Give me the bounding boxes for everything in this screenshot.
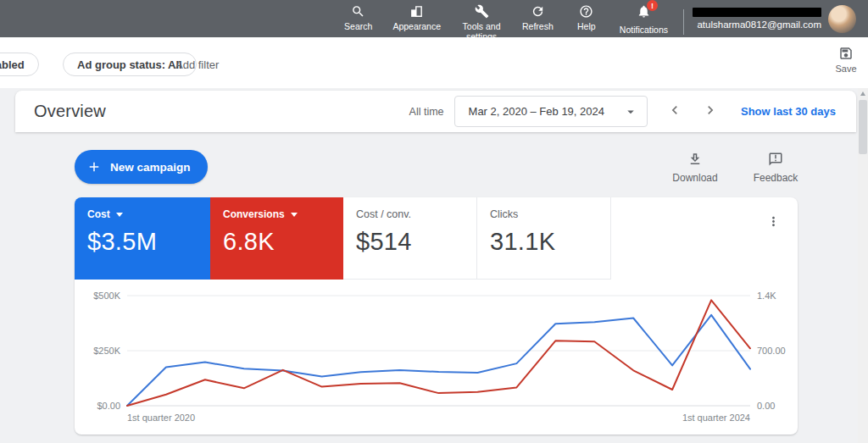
previous-range-button[interactable] xyxy=(666,102,683,121)
scorecard-label: Cost xyxy=(87,208,110,220)
x-axis-label-start: 1st quarter 2020 xyxy=(127,413,195,423)
scorecard-value: $3.5M xyxy=(87,228,210,256)
scrollbar-thumb[interactable] xyxy=(859,100,867,154)
notification-badge: ! xyxy=(647,0,658,11)
right-axis-tick-label: 700.00 xyxy=(757,346,786,356)
wrench-icon xyxy=(475,4,489,19)
plus-icon xyxy=(86,159,102,174)
cost-line xyxy=(127,315,750,406)
account-name-redacted xyxy=(693,8,821,17)
nav-help-button[interactable]: Help xyxy=(564,0,609,31)
scorecard-label: Conversions xyxy=(223,208,285,220)
left-axis-tick-label: $0.00 xyxy=(97,401,120,411)
date-range-controls: All time Mar 2, 2020 – Feb 19, 2024 Show… xyxy=(409,96,836,127)
scorecard-cost[interactable]: Cost $3.5M xyxy=(75,197,210,280)
scorecard-cost-per-conv[interactable]: Cost / conv. $514 xyxy=(343,197,477,280)
show-last-30-days-link[interactable]: Show last 30 days xyxy=(741,105,836,118)
top-nav-items: Search Appearance Tools and settings Ref… xyxy=(334,0,678,37)
nav-label: Help xyxy=(577,21,596,31)
save-icon xyxy=(838,46,854,61)
avatar[interactable] xyxy=(828,5,856,33)
x-axis-label-end: 1st quarter 2024 xyxy=(682,413,750,423)
search-icon xyxy=(351,4,365,19)
feedback-icon xyxy=(768,152,783,167)
scorecard-label: Cost / conv. xyxy=(356,208,411,220)
account-info[interactable]: atulsharma0812@gmail.com xyxy=(693,0,821,37)
date-range-picker[interactable]: Mar 2, 2020 – Feb 19, 2024 xyxy=(454,96,648,127)
overview-chart-card: Cost $3.5M Conversions 6.8K Cost / conv.… xyxy=(75,197,798,435)
new-campaign-button[interactable]: New campaign xyxy=(75,150,208,184)
nav-label: Notifications xyxy=(620,25,668,35)
new-campaign-label: New campaign xyxy=(110,161,191,174)
date-range-value: Mar 2, 2020 – Feb 19, 2024 xyxy=(469,105,604,118)
caret-down-icon xyxy=(623,104,638,119)
conversions-line xyxy=(127,300,750,406)
bell-icon-wrap: ! xyxy=(637,4,651,22)
scorecard-clicks[interactable]: Clicks 31.1K xyxy=(477,197,611,280)
caret-down-icon xyxy=(291,213,298,217)
range-preset-label: All time xyxy=(409,106,444,118)
scrollbar-up-arrow-icon[interactable] xyxy=(860,91,865,96)
left-axis-tick-label: $500K xyxy=(93,291,120,301)
nav-refresh-button[interactable]: Refresh xyxy=(512,0,564,31)
chevron-right-icon xyxy=(702,102,719,119)
download-label: Download xyxy=(672,172,717,184)
download-button[interactable]: Download xyxy=(661,152,729,184)
overview-header: Overview All time Mar 2, 2020 – Feb 19, … xyxy=(15,91,856,132)
vertical-scrollbar[interactable] xyxy=(858,88,868,443)
appearance-icon xyxy=(409,4,424,19)
save-button[interactable]: Save xyxy=(829,46,863,74)
timeseries-chart: $500K$250K$0.001.4K700.000.001st quarter… xyxy=(75,285,798,431)
nav-label: Refresh xyxy=(522,21,554,31)
kebab-menu-icon xyxy=(766,214,781,229)
right-axis-tick-label: 1.4K xyxy=(757,291,776,301)
google-ads-overview-page: Search Appearance Tools and settings Ref… xyxy=(0,0,868,443)
nav-label: Search xyxy=(344,21,372,31)
card-overflow-menu-button[interactable] xyxy=(765,213,782,233)
feedback-button[interactable]: Feedback xyxy=(742,152,810,184)
top-navigation-bar: Search Appearance Tools and settings Ref… xyxy=(0,0,868,37)
nav-appearance-button[interactable]: Appearance xyxy=(382,0,451,31)
content-area: Overview All time Mar 2, 2020 – Feb 19, … xyxy=(0,88,868,443)
save-label: Save xyxy=(835,64,856,74)
scorecard-value: 6.8K xyxy=(223,228,343,256)
card-actions: Download Feedback xyxy=(661,152,810,184)
add-filter-button[interactable]: Add filter xyxy=(175,53,219,76)
feedback-label: Feedback xyxy=(754,172,798,184)
scorecard-value: $514 xyxy=(356,228,476,256)
account-email: atulsharma0812@gmail.com xyxy=(697,19,821,30)
chevron-left-icon xyxy=(666,102,683,119)
caret-down-icon xyxy=(116,213,123,217)
next-range-button[interactable] xyxy=(702,102,719,121)
campaign-status-filter-pill[interactable]: us: Enabled xyxy=(0,53,39,76)
scorecard-conversions[interactable]: Conversions 6.8K xyxy=(210,197,343,280)
help-icon xyxy=(579,4,593,19)
scorecard-value: 31.1K xyxy=(490,228,610,256)
nav-tools-settings-button[interactable]: Tools and settings xyxy=(451,0,512,42)
nav-search-button[interactable]: Search xyxy=(334,0,382,31)
scorecard-label: Clicks xyxy=(490,208,518,220)
scorecard-spacer xyxy=(611,197,798,280)
topbar-divider xyxy=(683,9,684,35)
right-axis-tick-label: 0.00 xyxy=(757,401,775,411)
refresh-icon xyxy=(531,4,545,19)
filter-bar: us: Enabled Ad group status: All Add fil… xyxy=(0,37,868,88)
left-axis-tick-label: $250K xyxy=(93,346,120,356)
nav-label: Appearance xyxy=(392,21,441,31)
nav-notifications-button[interactable]: ! Notifications xyxy=(609,0,678,35)
page-title: Overview xyxy=(34,102,106,121)
download-icon xyxy=(687,152,703,167)
scorecard-row: Cost $3.5M Conversions 6.8K Cost / conv.… xyxy=(75,197,798,280)
